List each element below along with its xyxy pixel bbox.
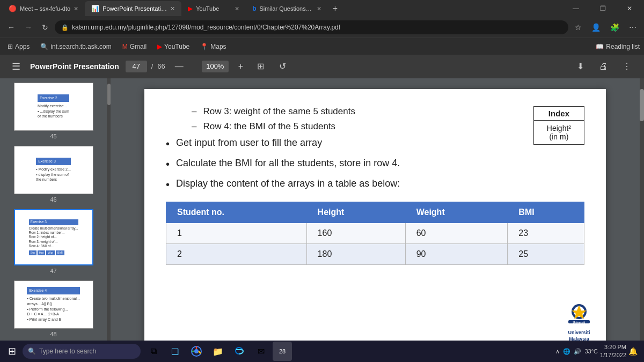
tab-meet-label: Meet – ssx-fefu-dto [20,5,70,12]
back-button[interactable]: ← [4,21,18,34]
tab-ppt-icon: 📊 [91,5,99,12]
main-scroll-thumb[interactable] [640,89,644,121]
bookmark-maps[interactable]: 📍 Maps [197,42,229,51]
sub-item-row3: – Row 3: weight of the same 5 students [192,106,584,117]
zoom-in-button[interactable]: + [235,62,246,71]
index-header: Index [534,107,584,121]
download-button[interactable]: ⬇ [573,59,588,73]
page-separator: / [151,62,153,70]
network-icon[interactable]: 🌐 [563,348,570,355]
minimize-button[interactable]: — [564,0,588,17]
search-icon: 🔍 [28,348,36,355]
sub-items: – Row 3: weight of the same 5 students –… [177,106,584,132]
table-row: 1 160 60 23 [166,223,584,244]
tab-meet[interactable]: 🔴 Meet – ssx-fefu-dto ✕ [2,1,85,16]
bullet-3: • Display the content of the arrays in a… [166,178,584,191]
clock[interactable]: 3:20 PM 1/17/2022 [600,343,626,360]
tab-meet-close[interactable]: ✕ [74,5,78,12]
bullet-list: • Get input from user to fill the array … [166,137,584,191]
zoom-control [202,61,229,72]
page-navigation: / 66 [126,61,165,72]
app-28-icon[interactable]: 28 [273,342,292,361]
tab-ppt-label: PowerPoint Presentation [103,5,167,12]
apps-label: Apps [15,43,30,50]
bookmark-search[interactable]: 🔍 int.search.tb.ask.com [37,42,114,51]
gmail-icon: M [122,43,128,50]
zoom-out-button[interactable]: — [172,62,187,71]
tab-bartleby-label: Similar Questions | bartleby [260,5,313,12]
new-tab-button[interactable]: + [328,1,343,16]
task-view-button[interactable]: ⧉ [144,342,163,361]
tab-ppt[interactable]: 📊 PowerPoint Presentation ✕ [85,1,181,16]
youtube-label: YouTube [164,43,189,50]
taskbar-icons: ⧉ ❑ 📁 ✉ 28 [144,342,292,361]
thumbnail-sidebar: Exercise 2 Modify exercise... • ...displ… [0,78,107,362]
sub-item-row4-text: Row 4: the BMI of the 5 students [203,121,335,132]
restore-button[interactable]: ❐ [590,0,615,17]
bookmark-gmail[interactable]: M Gmail [119,42,150,51]
thumb-48-num: 48 [50,331,56,337]
system-tray: ∧ 🌐 🔊 33°C [555,348,598,355]
chrome-icon[interactable] [187,342,206,361]
tab-youtube-label: YouTube [196,5,219,12]
tab-youtube-close[interactable]: ✕ [235,5,239,12]
mail-icon[interactable]: ✉ [251,342,270,361]
chevron-up-icon[interactable]: ∧ [555,348,560,355]
edge-icon[interactable] [230,342,249,361]
tab-bartleby-close[interactable]: ✕ [317,5,321,12]
thumbnail-47[interactable]: Exercise 3 Create mult-dimensional array… [14,209,93,274]
favorites-button[interactable]: ☆ [572,21,585,34]
maps-label: Maps [210,43,226,50]
bullet-3-text: Display the content of the arrays in a t… [176,178,400,189]
notification-icon[interactable]: 🔔 [628,347,638,356]
thumb-46-num: 46 [50,196,56,203]
pdf-body: Exercise 2 Modify exercise... • ...displ… [0,78,644,362]
file-explorer-icon[interactable]: 📁 [208,342,228,361]
refresh-button[interactable]: ↻ [39,21,52,34]
settings-button[interactable]: ⋯ [626,21,640,34]
fit-page-button[interactable]: ⊞ [253,61,268,71]
maps-icon: 📍 [200,43,208,50]
reading-list-icon: 📖 [596,43,604,50]
main-scrollbar[interactable] [640,78,644,362]
reading-list-button[interactable]: 📖 Reading list [596,43,640,50]
bookmark-apps[interactable]: ⊞ Apps [4,42,33,51]
bookmark-youtube[interactable]: ▶ YouTube [154,42,193,51]
zoom-input[interactable] [202,61,229,72]
gmail-label: Gmail [130,43,147,50]
print-button[interactable]: 🖨 [595,60,612,73]
profile-button[interactable]: 👤 [588,21,604,34]
title-bar: 🔴 Meet – ssx-fefu-dto ✕ 📊 PowerPoint Pre… [0,0,644,17]
taskbar-search[interactable]: 🔍 Type here to search [23,344,141,359]
cell-height-1: 160 [306,223,405,244]
start-button[interactable]: ⊞ [2,342,21,361]
table-header-row: Student no. Height Weight BMI [166,202,584,223]
tab-ppt-close[interactable]: ✕ [170,5,175,12]
bullet-1: • Get input from user to fill the array [166,137,584,150]
more-options-button[interactable]: ⋮ [618,59,635,73]
tab-bartleby[interactable]: b Similar Questions | bartleby ✕ [246,1,327,16]
cell-weight-1: 60 [405,223,508,244]
cell-bmi-2: 25 [508,244,584,265]
svg-text:Universiti: Universiti [573,321,586,324]
close-button[interactable]: ✕ [617,0,642,17]
widgets-button[interactable]: ❑ [165,342,185,361]
dash-icon-2: – [192,121,196,132]
rotate-button[interactable]: ↺ [275,61,290,71]
forward-button[interactable]: → [21,21,35,34]
tab-youtube-icon: ▶ [188,5,193,12]
cell-weight-2: 90 [405,244,508,265]
bullet-dot-3: • [166,179,170,191]
thumbnail-45[interactable]: Exercise 2 Modify exercise... • ...displ… [14,83,93,139]
thumbnail-46[interactable]: Exercise 3 • Modify exercise 2... • disp… [14,146,93,203]
bullet-dot-2: • [166,158,170,171]
current-page-input[interactable] [126,61,147,72]
slide-area: Index Height²(in m) – Row 3: weight of t… [111,78,640,362]
tab-youtube[interactable]: ▶ YouTube ✕ [181,1,246,16]
thumbnail-48[interactable]: Exercise 4 • Create two multidimensional… [14,280,93,337]
menu-icon[interactable]: ☰ [9,58,24,75]
extensions-button[interactable]: 🧩 [607,21,623,34]
url-input[interactable]: 🔒 kalam.ump.edu.my/pluginfile.php/127098… [55,20,568,34]
speaker-icon[interactable]: 🔊 [574,348,581,355]
cell-bmi-1: 23 [508,223,584,244]
